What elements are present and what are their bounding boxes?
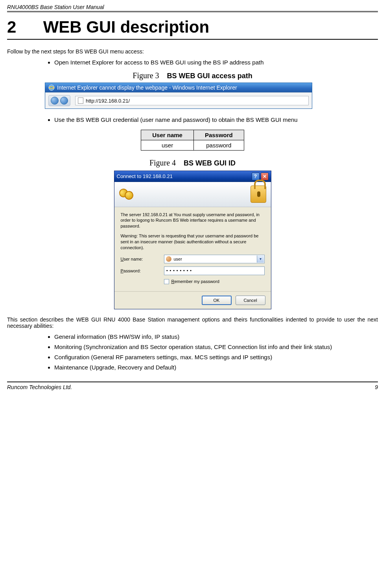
auth-dialog: Connect to 192.168.0.21 ? ✕ The server 1… <box>114 171 271 309</box>
table-cell-password: password <box>193 140 244 150</box>
page-icon <box>78 97 83 104</box>
remember-row: Remember my password <box>164 279 265 284</box>
ie-titlebar-text: Internet Explorer cannot display the web… <box>57 85 237 91</box>
table-header-username: User name <box>141 130 194 140</box>
running-footer: Runcom Technologies Ltd. 9 <box>7 384 378 390</box>
figure-label: Figure 4 <box>149 158 176 167</box>
table-cell-username: user <box>141 140 194 150</box>
intro-paragraph: Follow by the next steps for BS WEB GUI … <box>7 48 378 55</box>
chapter-heading: 2 WEB GUI description <box>7 18 378 37</box>
bullet-list-2: Use the BS WEB GUI credential (user name… <box>54 116 378 124</box>
chapter-title: WEB GUI description <box>43 18 209 36</box>
remember-label-text: emember my password <box>174 279 219 284</box>
lock-icon <box>251 186 266 203</box>
footer-left: Runcom Technologies Ltd. <box>7 384 72 390</box>
remember-checkbox[interactable] <box>164 279 169 284</box>
username-field[interactable]: user ▾ <box>164 255 265 263</box>
ie-window-figure: Internet Explorer cannot display the web… <box>45 83 312 109</box>
dialog-message-1: The server 192.168.0.21 at You must supp… <box>121 212 265 230</box>
list-item: Open Internet Explorer for access to BS … <box>54 59 378 66</box>
password-mnemonic: P <box>121 268 123 273</box>
list-item: General information (BS HW/SW info, IP s… <box>54 333 378 341</box>
dropdown-arrow-icon[interactable]: ▾ <box>257 255 264 263</box>
password-label-text: assword: <box>123 268 141 273</box>
ie-nav-buttons[interactable] <box>48 95 70 106</box>
table-header-password: Password <box>193 130 244 140</box>
footer-rule <box>7 381 378 382</box>
heading-rule <box>7 39 378 40</box>
running-header: RNU4000BS Base Station User Manual <box>7 4 378 10</box>
list-item: Use the BS WEB GUI credential (user name… <box>54 116 378 124</box>
user-icon <box>166 256 171 262</box>
back-icon <box>51 97 59 105</box>
ie-logo-icon <box>48 85 55 91</box>
figure-4-caption: Figure 4 BS WEB GUI ID <box>7 158 378 167</box>
keys-icon <box>119 186 138 202</box>
bullet-list-1: Open Internet Explorer for access to BS … <box>54 59 378 66</box>
figure-3-caption: Figure 3 BS WEB GUI access path <box>7 71 378 80</box>
list-item: Configuration (General RF parameters set… <box>54 353 378 361</box>
ie-address-bar[interactable]: http://192.168.0.21/ <box>75 96 309 105</box>
ie-url-text: http://192.168.0.21/ <box>86 98 130 104</box>
username-row: User name: user ▾ <box>121 255 265 263</box>
cancel-button[interactable]: Cancel <box>236 296 265 305</box>
dialog-body: The server 192.168.0.21 at You must supp… <box>114 207 271 291</box>
credentials-table: User name Password user password <box>141 130 244 151</box>
username-value: user <box>174 257 182 261</box>
username-label: User name: <box>121 257 164 261</box>
dialog-footer: OK Cancel <box>114 291 271 309</box>
password-value: •••••••• <box>166 268 193 273</box>
figure-label: Figure 3 <box>133 71 159 80</box>
password-row: Password: •••••••• <box>121 266 265 275</box>
help-button[interactable]: ? <box>252 173 260 180</box>
list-item: Maintenance (Upgrade, Recovery and Defau… <box>54 364 378 371</box>
ok-button[interactable]: OK <box>202 296 232 305</box>
dialog-title-text: Connect to 192.168.0.21 <box>117 173 173 179</box>
username-label-text: ser name: <box>123 257 143 261</box>
header-rule <box>7 11 378 12</box>
dialog-titlebar: Connect to 192.168.0.21 ? ✕ <box>114 171 271 182</box>
footer-right: 9 <box>375 384 378 390</box>
password-field[interactable]: •••••••• <box>164 266 265 275</box>
chapter-number: 2 <box>7 18 39 37</box>
list-item: Monitoring (Synchronization and BS Secto… <box>54 343 378 351</box>
forward-icon <box>60 97 68 105</box>
ie-toolbar: http://192.168.0.21/ <box>45 92 312 108</box>
close-button[interactable]: ✕ <box>261 173 269 180</box>
section-description: This section describes the WEB GUI RNU 4… <box>7 316 378 329</box>
ie-titlebar: Internet Explorer cannot display the web… <box>45 83 312 92</box>
remember-label: Remember my password <box>171 279 219 284</box>
dialog-message-2: Warning: This server is requesting that … <box>121 233 265 251</box>
dialog-banner <box>114 182 271 207</box>
figure-title: BS WEB GUI ID <box>184 159 236 167</box>
figure-title: BS WEB GUI access path <box>167 72 252 80</box>
abilities-list: General information (BS HW/SW info, IP s… <box>54 333 378 372</box>
password-label: Password: <box>121 268 164 273</box>
